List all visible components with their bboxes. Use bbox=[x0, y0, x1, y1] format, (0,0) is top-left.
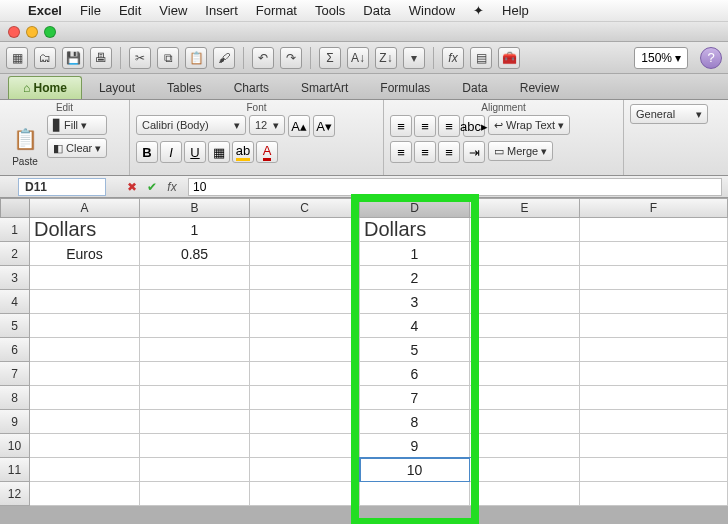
menu-format[interactable]: Format bbox=[256, 3, 297, 18]
tab-layout[interactable]: Layout bbox=[84, 76, 150, 99]
fill-color-button[interactable]: ab bbox=[232, 141, 254, 163]
align-top-button[interactable]: ≡ bbox=[390, 115, 412, 137]
cell-F7[interactable] bbox=[580, 362, 728, 386]
paste-button[interactable]: 📋 bbox=[185, 47, 207, 69]
decrease-font-button[interactable]: A▾ bbox=[313, 115, 335, 137]
show-formulas-button[interactable]: ▤ bbox=[470, 47, 492, 69]
filter-button[interactable]: ▾ bbox=[403, 47, 425, 69]
cell-A12[interactable] bbox=[30, 482, 140, 506]
cell-E1[interactable] bbox=[470, 218, 580, 242]
col-header-B[interactable]: B bbox=[140, 198, 250, 218]
cell-A11[interactable] bbox=[30, 458, 140, 482]
cell-C4[interactable] bbox=[250, 290, 360, 314]
underline-button[interactable]: U bbox=[184, 141, 206, 163]
cell-B6[interactable] bbox=[140, 338, 250, 362]
menu-file[interactable]: File bbox=[80, 3, 101, 18]
redo-button[interactable]: ↷ bbox=[280, 47, 302, 69]
cancel-formula-button[interactable]: ✖ bbox=[122, 177, 142, 197]
cell-F2[interactable] bbox=[580, 242, 728, 266]
cell-A1[interactable]: Dollars bbox=[30, 218, 140, 242]
menu-window[interactable]: Window bbox=[409, 3, 455, 18]
align-center-button[interactable]: ≡ bbox=[414, 141, 436, 163]
col-header-A[interactable]: A bbox=[30, 198, 140, 218]
cell-A5[interactable] bbox=[30, 314, 140, 338]
cell-E9[interactable] bbox=[470, 410, 580, 434]
cell-E7[interactable] bbox=[470, 362, 580, 386]
copy-button[interactable]: ⧉ bbox=[157, 47, 179, 69]
italic-button[interactable]: I bbox=[160, 141, 182, 163]
open-button[interactable]: 🗂 bbox=[34, 47, 56, 69]
cell-F4[interactable] bbox=[580, 290, 728, 314]
cell-C10[interactable] bbox=[250, 434, 360, 458]
align-right-button[interactable]: ≡ bbox=[438, 141, 460, 163]
row-header-8[interactable]: 8 bbox=[0, 386, 30, 410]
cell-A9[interactable] bbox=[30, 410, 140, 434]
cell-C3[interactable] bbox=[250, 266, 360, 290]
paste-big-button[interactable]: 📋Paste bbox=[6, 115, 44, 167]
cell-A4[interactable] bbox=[30, 290, 140, 314]
col-header-F[interactable]: F bbox=[580, 198, 728, 218]
font-name-select[interactable]: Calibri (Body)▾ bbox=[136, 115, 246, 135]
col-header-D[interactable]: D bbox=[360, 198, 470, 218]
select-all-corner[interactable] bbox=[0, 198, 30, 218]
cell-F8[interactable] bbox=[580, 386, 728, 410]
wrap-text-button[interactable]: ↩Wrap Text▾ bbox=[488, 115, 570, 135]
cell-F3[interactable] bbox=[580, 266, 728, 290]
tab-formulas[interactable]: Formulas bbox=[365, 76, 445, 99]
cell-E2[interactable] bbox=[470, 242, 580, 266]
row-header-5[interactable]: 5 bbox=[0, 314, 30, 338]
cell-D9[interactable]: 8 bbox=[360, 410, 470, 434]
undo-button[interactable]: ↶ bbox=[252, 47, 274, 69]
row-header-4[interactable]: 4 bbox=[0, 290, 30, 314]
window-minimize-button[interactable] bbox=[26, 26, 38, 38]
cell-E3[interactable] bbox=[470, 266, 580, 290]
cell-C1[interactable] bbox=[250, 218, 360, 242]
row-header-1[interactable]: 1 bbox=[0, 218, 30, 242]
cell-E8[interactable] bbox=[470, 386, 580, 410]
increase-font-button[interactable]: A▴ bbox=[288, 115, 310, 137]
zoom-select[interactable]: 150%▾ bbox=[634, 47, 688, 69]
cell-B9[interactable] bbox=[140, 410, 250, 434]
cell-E12[interactable] bbox=[470, 482, 580, 506]
cell-B4[interactable] bbox=[140, 290, 250, 314]
cell-D12[interactable] bbox=[360, 482, 470, 506]
sort-desc-button[interactable]: Z↓ bbox=[375, 47, 397, 69]
cell-B1[interactable]: 1 bbox=[140, 218, 250, 242]
cell-A10[interactable] bbox=[30, 434, 140, 458]
cell-B10[interactable] bbox=[140, 434, 250, 458]
cell-E10[interactable] bbox=[470, 434, 580, 458]
cell-A7[interactable] bbox=[30, 362, 140, 386]
cell-D11[interactable]: 10 bbox=[360, 458, 470, 482]
formula-input[interactable]: 10 bbox=[188, 178, 722, 196]
cell-C2[interactable] bbox=[250, 242, 360, 266]
align-middle-button[interactable]: ≡ bbox=[414, 115, 436, 137]
cell-F9[interactable] bbox=[580, 410, 728, 434]
menu-insert[interactable]: Insert bbox=[205, 3, 238, 18]
print-button[interactable]: 🖶 bbox=[90, 47, 112, 69]
row-header-3[interactable]: 3 bbox=[0, 266, 30, 290]
format-painter-button[interactable]: 🖌 bbox=[213, 47, 235, 69]
cell-B11[interactable] bbox=[140, 458, 250, 482]
cell-E11[interactable] bbox=[470, 458, 580, 482]
menu-script-icon[interactable]: ✦ bbox=[473, 3, 484, 18]
number-format-select[interactable]: General▾ bbox=[630, 104, 708, 124]
cell-F5[interactable] bbox=[580, 314, 728, 338]
cell-C5[interactable] bbox=[250, 314, 360, 338]
cell-B2[interactable]: 0.85 bbox=[140, 242, 250, 266]
col-header-E[interactable]: E bbox=[470, 198, 580, 218]
cell-F11[interactable] bbox=[580, 458, 728, 482]
cell-D1[interactable]: Dollars bbox=[360, 218, 470, 242]
font-size-select[interactable]: 12▾ bbox=[249, 115, 285, 135]
cell-F12[interactable] bbox=[580, 482, 728, 506]
tab-review[interactable]: Review bbox=[505, 76, 574, 99]
cell-B3[interactable] bbox=[140, 266, 250, 290]
cell-B7[interactable] bbox=[140, 362, 250, 386]
fx-button[interactable]: fx bbox=[442, 47, 464, 69]
clear-button[interactable]: ◧Clear▾ bbox=[47, 138, 107, 158]
font-color-button[interactable]: A bbox=[256, 141, 278, 163]
menu-tools[interactable]: Tools bbox=[315, 3, 345, 18]
name-box[interactable]: D11 bbox=[18, 178, 106, 196]
app-menu[interactable]: Excel bbox=[28, 3, 62, 18]
window-close-button[interactable] bbox=[8, 26, 20, 38]
tab-tables[interactable]: Tables bbox=[152, 76, 217, 99]
